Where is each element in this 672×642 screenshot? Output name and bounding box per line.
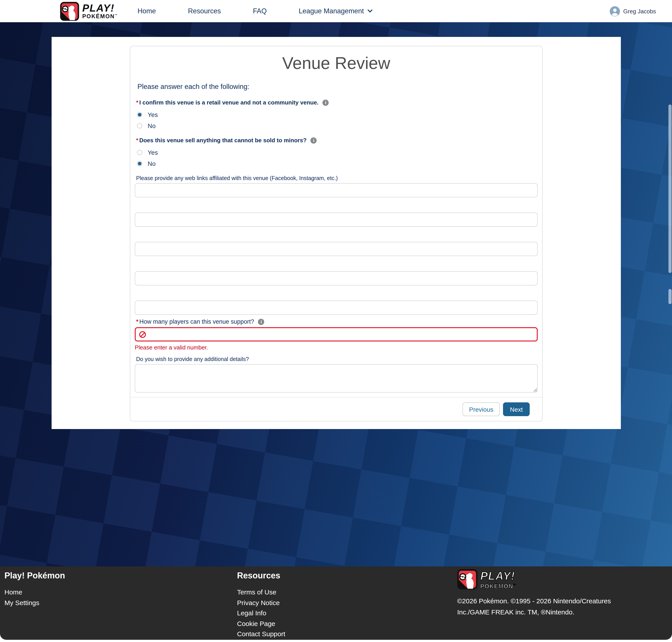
footer-heading: Play! Pokémon: [4, 571, 65, 581]
radio-option-no[interactable]: No: [137, 122, 538, 129]
footer-link-terms[interactable]: Terms of Use: [237, 589, 285, 595]
web-link-input-2[interactable]: [135, 213, 538, 227]
top-navbar: PLAY! POKÉMON™ Home Resources FAQ League…: [0, 0, 672, 22]
footer-column-legal: PLAY! POKÉMON™ ©2026 Pokémon. ©1995 - 20…: [457, 569, 623, 618]
form-actions: Previous Next: [135, 397, 538, 416]
info-icon[interactable]: i: [310, 137, 317, 143]
question-label: * Does this venue sell anything that can…: [136, 137, 538, 144]
trademark: ™: [513, 583, 516, 586]
radio-option-no[interactable]: No: [137, 160, 538, 167]
web-link-input-1[interactable]: [135, 183, 538, 197]
user-menu[interactable]: Greg Jacobs: [610, 6, 656, 16]
scrollbar-thumb-segment[interactable]: [669, 289, 672, 304]
radio-button-selected[interactable]: [137, 161, 142, 166]
validation-error-message: Please enter a valid number.: [135, 344, 538, 351]
play-pokemon-logo-icon: [457, 569, 478, 590]
footer-link-home[interactable]: Home: [4, 589, 65, 595]
radio-option-yes[interactable]: Yes: [137, 149, 538, 156]
required-asterisk: *: [136, 137, 138, 144]
info-icon[interactable]: i: [258, 319, 264, 325]
players-question-label: * How many players can this venue suppor…: [136, 318, 538, 325]
footer-link-privacy[interactable]: Privacy Notice: [237, 599, 285, 606]
prohibition-icon: [139, 331, 146, 338]
players-count-input[interactable]: [150, 328, 533, 341]
main-nav: Home Resources FAQ League Management: [137, 7, 372, 15]
chevron-down-icon: [368, 7, 373, 12]
required-asterisk: *: [136, 99, 138, 106]
question-label: * I confirm this venue is a retail venue…: [136, 99, 538, 106]
logo-wordmark: PLAY! POKÉMON™: [82, 3, 118, 19]
web-link-input-5[interactable]: [135, 300, 538, 315]
question-sell-to-minors: * Does this venue sell anything that can…: [135, 137, 538, 167]
footer-logo-wordmark: PLAY! POKÉMON™: [480, 569, 516, 589]
weblinks-label: Please provide any web links affiliated …: [136, 175, 538, 181]
page: PLAY! POKÉMON™ Home Resources FAQ League…: [0, 0, 672, 642]
previous-button[interactable]: Previous: [462, 402, 500, 416]
content-panel: Venue Review Please answer each of the f…: [52, 37, 621, 429]
scrollbar-thumb[interactable]: [669, 104, 672, 273]
footer-column-resources: Resources Terms of Use Privacy Notice Le…: [237, 571, 285, 641]
user-avatar-icon: [610, 6, 620, 16]
footer-link-contact[interactable]: Contact Support: [237, 630, 285, 637]
footer-logo: PLAY! POKÉMON™: [457, 569, 623, 590]
play-pokemon-logo[interactable]: PLAY! POKÉMON™: [60, 2, 118, 21]
copyright-text: ©2026 Pokémon. ©1995 - 2026 Nintendo/Cre…: [457, 595, 623, 618]
footer-heading: Resources: [237, 571, 285, 581]
venue-review-form: Venue Review Please answer each of the f…: [130, 46, 543, 422]
nav-faq[interactable]: FAQ: [253, 7, 267, 15]
required-asterisk: *: [136, 318, 139, 325]
user-name: Greg Jacobs: [623, 8, 656, 14]
players-count-field-error[interactable]: [135, 327, 538, 342]
web-link-input-4[interactable]: [135, 271, 538, 285]
radio-option-yes[interactable]: Yes: [137, 111, 538, 118]
trademark: ™: [115, 14, 118, 16]
additional-details-textarea[interactable]: [135, 364, 538, 393]
info-icon[interactable]: i: [322, 99, 329, 106]
footer-link-cookie[interactable]: Cookie Page: [237, 620, 285, 627]
next-button[interactable]: Next: [503, 402, 530, 416]
footer-link-legal[interactable]: Legal Info: [237, 609, 285, 616]
radio-button[interactable]: [137, 150, 142, 155]
nav-league-management[interactable]: League Management: [299, 7, 372, 15]
play-pokemon-logo-icon: [60, 2, 79, 21]
page-title: Venue Review: [135, 54, 538, 72]
nav-home[interactable]: Home: [137, 7, 156, 15]
footer-link-my-settings[interactable]: My Settings: [4, 599, 65, 606]
form-intro: Please answer each of the following:: [137, 83, 538, 91]
footer: Play! Pokémon Home My Settings Resources…: [0, 566, 672, 640]
nav-resources[interactable]: Resources: [188, 7, 221, 15]
footer-column-play-pokemon: Play! Pokémon Home My Settings: [4, 571, 65, 609]
radio-button-selected[interactable]: [137, 112, 142, 117]
question-retail-venue: * I confirm this venue is a retail venue…: [135, 99, 538, 129]
web-link-input-3[interactable]: [135, 242, 538, 256]
radio-button[interactable]: [137, 123, 142, 128]
details-label: Do you wish to provide any additional de…: [136, 356, 538, 362]
